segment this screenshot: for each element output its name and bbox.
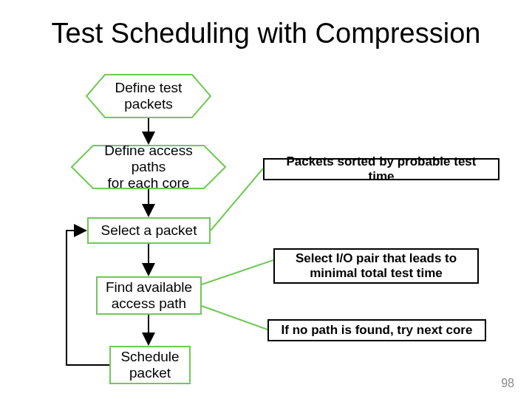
annotation-io-pair-label: Select I/O pair that leads to minimal to… (296, 251, 457, 282)
slide-title: Test Scheduling with Compression (0, 18, 532, 50)
annotation-sorted-label: Packets sorted by probable test time (272, 154, 491, 185)
node-select-packet-label: Select a packet (101, 222, 197, 239)
node-find-path-label: Find available access path (106, 279, 192, 312)
node-schedule-packet-label: Schedule packet (120, 349, 179, 381)
node-schedule-packet: Schedule packet (109, 346, 191, 384)
node-define-paths-label: Define access paths for each core (92, 143, 205, 191)
node-define-paths: Define access paths for each core (71, 145, 226, 189)
annotation-no-path: If no path is found, try next core (267, 319, 486, 341)
svg-line-9 (202, 306, 267, 330)
annotation-no-path-label: If no path is found, try next core (282, 323, 473, 338)
node-define-packets-label: Define test packets (115, 80, 183, 112)
node-find-path: Find available access path (96, 276, 202, 315)
page-number: 98 (501, 377, 514, 390)
annotation-io-pair: Select I/O pair that leads to minimal to… (273, 248, 479, 284)
node-define-packets: Define test packets (86, 74, 211, 118)
svg-line-8 (202, 260, 273, 284)
annotation-sorted: Packets sorted by probable test time (263, 158, 499, 180)
node-select-packet: Select a packet (87, 217, 211, 244)
